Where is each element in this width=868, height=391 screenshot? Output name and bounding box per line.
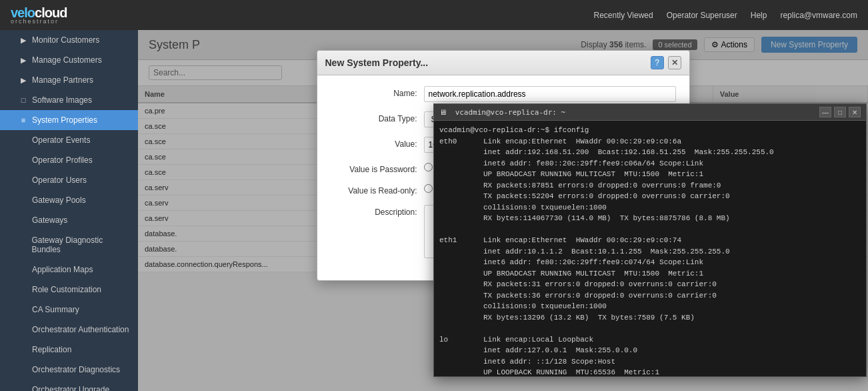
sidebar-item-orchestrator-upgrade[interactable]: Orchestrator Upgrade — [0, 380, 138, 391]
sidebar-item-system-properties[interactable]: ≡ System Properties — [0, 110, 138, 130]
sidebar-label: Application Maps — [32, 265, 93, 274]
sidebar-label: Operator Users — [32, 175, 87, 185]
dialog-header: New System Property... ? ✕ — [317, 51, 689, 75]
top-navigation: velocloud orchestrator Recently Viewed O… — [0, 0, 868, 30]
sidebar-item-operator-users[interactable]: Operator Users — [0, 170, 138, 190]
sidebar-item-manage-customers[interactable]: ▶ Manage Customers — [0, 50, 138, 70]
sidebar-label: System Properties — [32, 115, 97, 125]
sidebar-label: Gateways — [32, 216, 67, 225]
sidebar-item-gateway-diagnostic-bundles[interactable]: Gateway Diagnostic Bundles — [0, 230, 138, 260]
sidebar-label: Replication — [32, 345, 71, 354]
terminal-body[interactable]: vcadmin@vco-replica-dr:~$ ifconfig eth0 … — [434, 121, 866, 376]
software-icon: □ — [19, 96, 28, 104]
close-button[interactable]: ✕ — [668, 56, 681, 69]
terminal-title-text: vcadmin@vco-replica-dr: ~ — [455, 108, 566, 117]
sidebar-label: Manage Customers — [32, 55, 102, 65]
sidebar-label: Orchestrator Authentication — [32, 325, 129, 334]
terminal-window: 🖥 vcadmin@vco-replica-dr: ~ — □ ✕ vcadmi… — [433, 103, 867, 377]
password-yes-radio[interactable] — [424, 163, 433, 171]
terminal-controls: — □ ✕ — [819, 107, 861, 117]
sidebar-label: Orchestrator Upgrade — [32, 385, 109, 391]
terminal-titlebar: 🖥 vcadmin@vco-replica-dr: ~ — □ ✕ — [434, 104, 866, 121]
sidebar-item-orchestrator-diagnostics[interactable]: Orchestrator Diagnostics — [0, 360, 138, 380]
manage-icon: ▶ — [19, 56, 28, 65]
sidebar-item-orchestrator-auth[interactable]: Orchestrator Authentication — [0, 320, 138, 340]
sidebar-item-gateways[interactable]: Gateways — [0, 210, 138, 230]
sidebar-label: Operator Profiles — [32, 155, 93, 165]
sidebar-item-monitor-customers[interactable]: ▶ Monitor Customers — [0, 30, 138, 50]
sidebar-item-operator-profiles[interactable]: Operator Profiles — [0, 150, 138, 170]
sidebar-item-application-maps[interactable]: Application Maps — [0, 260, 138, 280]
top-nav-right: Recently Viewed Operator Superuser Help … — [594, 11, 857, 20]
is-password-label: Value is Password: — [331, 162, 417, 174]
sidebar-label: Monitor Customers — [32, 35, 99, 45]
user-email-link[interactable]: replica@vmware.com — [780, 11, 857, 20]
sidebar-label: Orchestrator Diagnostics — [32, 365, 120, 374]
sidebar: ▶ Monitor Customers ▶ Manage Customers ▶… — [0, 30, 138, 391]
sidebar-label: Software Images — [32, 95, 92, 105]
sidebar-item-software-images[interactable]: □ Software Images — [0, 90, 138, 110]
name-input[interactable] — [424, 86, 676, 102]
value-label: Value: — [331, 137, 417, 149]
sidebar-label: Gateway Diagnostic Bundles — [31, 236, 130, 254]
name-control — [424, 86, 676, 102]
sidebar-label: Manage Partners — [32, 75, 93, 85]
help-button[interactable]: ? — [651, 56, 664, 69]
logo: velocloud orchestrator — [11, 5, 67, 25]
terminal-close-button[interactable]: ✕ — [849, 107, 861, 117]
sidebar-label: CA Summary — [32, 305, 79, 314]
sidebar-item-manage-partners[interactable]: ▶ Manage Partners — [0, 70, 138, 90]
sidebar-label: Operator Events — [32, 135, 90, 145]
readonly-yes-radio[interactable] — [424, 184, 433, 193]
props-icon: ≡ — [19, 116, 28, 124]
sidebar-item-replication[interactable]: Replication — [0, 340, 138, 360]
terminal-restore-button[interactable]: □ — [834, 107, 846, 117]
data-type-label: Data Type: — [331, 111, 417, 123]
description-label: Description: — [331, 205, 417, 217]
recently-viewed-link[interactable]: Recently Viewed — [594, 11, 653, 20]
dialog-title: New System Property... — [325, 57, 429, 68]
monitor-icon: ▶ — [19, 36, 28, 45]
terminal-minimize-button[interactable]: — — [819, 107, 831, 117]
sidebar-item-ca-summary[interactable]: CA Summary — [0, 300, 138, 320]
help-link[interactable]: Help — [751, 11, 767, 20]
dialog-controls: ? ✕ — [651, 56, 681, 69]
name-label: Name: — [331, 86, 417, 98]
sidebar-item-gateway-pools[interactable]: Gateway Pools — [0, 190, 138, 210]
sidebar-label: Gateway Pools — [32, 196, 86, 205]
sidebar-item-operator-events[interactable]: Operator Events — [0, 130, 138, 150]
is-readonly-label: Value is Read-only: — [331, 183, 417, 196]
logo-sub: orchestrator — [11, 18, 67, 25]
sidebar-label: Role Customization — [32, 285, 101, 294]
operator-link[interactable]: Operator Superuser — [667, 11, 737, 20]
name-row: Name: — [331, 86, 676, 102]
terminal-title: 🖥 vcadmin@vco-replica-dr: ~ — [439, 108, 565, 117]
sidebar-item-role-customization[interactable]: Role Customization — [0, 280, 138, 300]
partners-icon: ▶ — [19, 76, 28, 85]
